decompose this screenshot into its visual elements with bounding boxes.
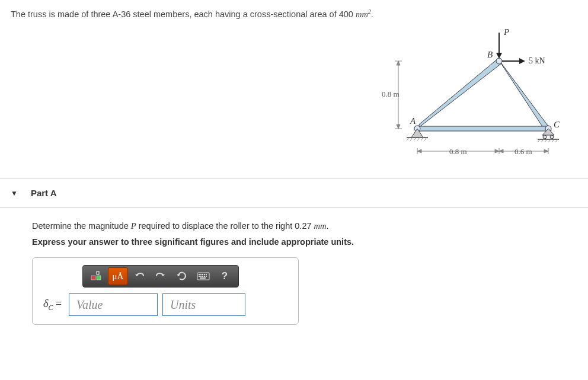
label-A: A <box>410 116 416 126</box>
svg-marker-46 <box>161 274 165 276</box>
svg-rect-42 <box>91 276 95 280</box>
problem-text-prefix: The truss is made of three A-36 steel me… <box>11 9 356 19</box>
label-C: C <box>554 120 560 129</box>
svg-rect-58 <box>206 276 207 277</box>
label-P: P <box>503 27 509 37</box>
answer-variable-label: δC = <box>41 298 64 312</box>
part-a-instruction: Express your answer to three significant… <box>32 237 588 247</box>
svg-marker-1 <box>498 59 550 131</box>
svg-marker-47 <box>177 274 180 276</box>
problem-unit: mm <box>356 9 368 19</box>
units-input[interactable]: Units <box>162 293 245 316</box>
part-a-header[interactable]: ▼ Part A <box>0 178 588 208</box>
redo-button[interactable] <box>151 267 171 285</box>
svg-marker-30 <box>397 124 400 129</box>
svg-point-16 <box>550 135 554 139</box>
svg-rect-59 <box>200 277 206 279</box>
svg-marker-0 <box>417 59 501 129</box>
svg-marker-29 <box>397 61 400 65</box>
help-button[interactable]: ? <box>215 267 235 285</box>
dim-vertical: 0.8 m <box>382 90 400 98</box>
svg-point-4 <box>496 58 502 64</box>
svg-rect-52 <box>204 274 205 275</box>
svg-rect-54 <box>199 276 200 277</box>
svg-rect-49 <box>199 274 200 275</box>
answer-toolbar: μÅ ? <box>82 265 239 288</box>
svg-marker-27 <box>519 58 525 64</box>
problem-statement: The truss is made of three A-36 steel me… <box>11 7 373 20</box>
label-B: B <box>487 50 493 59</box>
units-button[interactable]: μÅ <box>108 267 128 285</box>
answer-box: μÅ ? δC = Value Units <box>32 257 299 325</box>
svg-rect-44 <box>97 276 101 280</box>
svg-rect-51 <box>202 274 203 275</box>
answer-input-row: δC = Value Units <box>41 293 290 316</box>
value-input[interactable]: Value <box>69 293 158 316</box>
svg-marker-25 <box>496 53 502 59</box>
svg-rect-55 <box>200 276 202 277</box>
problem-section: The truss is made of three A-36 steel me… <box>0 0 588 178</box>
svg-marker-45 <box>135 274 139 276</box>
part-a-body: Determine the magnitude P required to di… <box>0 208 588 338</box>
truss-figure: P 5 kN B A C 0.8 m <box>382 22 565 167</box>
undo-button[interactable] <box>129 267 149 285</box>
dim-h1: 0.8 m <box>449 147 467 156</box>
svg-rect-43 <box>97 272 99 274</box>
svg-marker-34 <box>417 149 421 153</box>
collapse-caret-icon: ▼ <box>11 189 18 197</box>
svg-rect-56 <box>202 276 203 277</box>
svg-marker-40 <box>544 149 548 153</box>
svg-rect-57 <box>204 276 205 277</box>
part-a-title: Part A <box>31 188 57 198</box>
svg-rect-53 <box>206 274 207 275</box>
svg-point-15 <box>543 135 547 139</box>
svg-marker-39 <box>499 149 503 153</box>
problem-text-suffix: . <box>371 9 373 19</box>
reset-button[interactable] <box>172 267 192 285</box>
svg-rect-50 <box>200 274 202 275</box>
keyboard-button[interactable] <box>193 267 213 285</box>
label-5kN: 5 kN <box>529 56 545 65</box>
svg-marker-2 <box>415 126 551 131</box>
part-a-prompt: Determine the magnitude P required to di… <box>32 221 588 231</box>
dim-h2: 0.6 m <box>514 147 532 156</box>
templates-button[interactable] <box>87 267 107 285</box>
